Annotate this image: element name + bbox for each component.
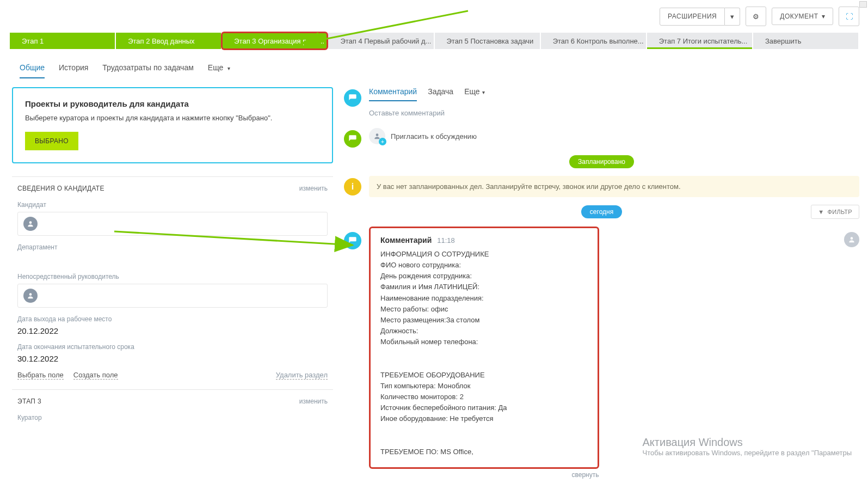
edit-stage3-section[interactable]: изменить [299,398,328,405]
chevron-down-icon: ▾ [227,65,230,71]
document-label: ДОКУМЕНТ [780,13,818,20]
candidate-label: Кандидат [17,201,328,209]
select-field-link[interactable]: Выбрать поле [17,371,64,380]
comment-card-body: ИНФОРМАЦИЯ О СОТРУДНИКЕ ФИО нового сотру… [380,249,588,457]
svg-point-2 [376,133,379,136]
stage-3[interactable]: Этап 3 Организация рабо... [222,33,327,49]
stage-5[interactable]: Этап 5 Постановка задачи [435,33,540,49]
document-button[interactable]: ДОКУМЕНТ ▾ [772,8,833,25]
action-box: Проекты и руководитель для кандидата Выб… [12,87,333,163]
info-icon: i [344,178,361,195]
comment-compose-row: Комментарий Задача Еще ▾ Оставьте коммен… [344,87,859,120]
fullscreen-button[interactable]: ⛶ [839,7,859,26]
comment-card: Комментарий 11:18 ИНФОРМАЦИЯ О СОТРУДНИК… [369,227,599,469]
tab-effort[interactable]: Трудозатраты по задачам [102,59,193,78]
candidate-section: СВЕДЕНИЯ О КАНДИДАТЕ изменить Кандидат Д… [12,176,333,389]
end-date-label: Дата окончания испытательного срока [17,343,328,351]
extensions-dropdown[interactable]: ▾ [725,8,740,26]
stage-6[interactable]: Этап 6 Контроль выполне... [541,33,646,49]
right-column: Комментарий Задача Еще ▾ Оставьте коммен… [344,87,859,479]
expand-icon: ⛶ [846,13,853,21]
collapse-link[interactable]: свернуть [369,471,599,479]
right-tab-comment[interactable]: Комментарий [369,87,417,101]
today-row: сегодня ▼ ФИЛЬТР [344,205,859,219]
svg-point-1 [29,293,32,296]
stage-7[interactable]: Этап 7 Итоги испытатель... [647,33,752,49]
stage-4[interactable]: Этап 4 Первый рабочий д... [328,33,433,49]
department-value [17,254,328,265]
department-label: Департамент [17,243,328,251]
section-title-candidate: СВЕДЕНИЯ О КАНДИДАТЕ [17,185,104,192]
start-date-value: 20.12.2022 [17,326,328,335]
section-title-stage3: ЭТАП 3 [17,398,41,405]
invite-text[interactable]: Пригласить к обсуждению [391,132,477,140]
compose-icon[interactable] [344,89,361,107]
chevron-down-icon: ▾ [482,89,485,95]
stage-1[interactable]: Этап 1 [10,33,115,49]
planned-pill: Запланировано [569,155,634,168]
today-pill: сегодня [581,205,622,218]
comment-card-title: Комментарий [380,236,432,244]
logo-placeholder [9,8,131,25]
main-tabs: Общие История Трудозатраты по задачам Ещ… [0,53,868,78]
start-date-label: Дата выхода на рабочее место [17,315,328,323]
selected-button[interactable]: ВЫБРАНО [25,132,78,150]
warning-row: i У вас нет запланированных дел. Заплани… [344,176,859,197]
discussion-icon[interactable] [344,130,361,148]
gear-icon: ⚙ [753,13,759,21]
right-tabs: Комментарий Задача Еще ▾ [369,87,859,101]
extensions-button[interactable]: РАСШИРЕНИЯ [660,8,725,26]
planned-pill-row: Запланировано [344,155,859,168]
tab-general[interactable]: Общие [20,59,45,78]
right-tab-more[interactable]: Еще ▾ [464,87,484,101]
settings-button[interactable]: ⚙ [746,7,766,26]
action-title: Проекты и руководитель для кандидата [25,99,320,108]
chevron-down-icon: ▾ [822,13,826,20]
right-tab-more-label: Еще [464,87,480,96]
right-tab-task[interactable]: Задача [428,87,453,101]
tab-more-label: Еще [208,63,224,72]
delete-section-link[interactable]: Удалить раздел [276,371,328,380]
funnel-icon: ▼ [818,209,824,215]
stage3-section: ЭТАП 3 изменить Куратор [12,389,333,435]
comment-input[interactable]: Оставьте комментарий [369,106,859,120]
stage-2[interactable]: Этап 2 Ввод данных [116,33,221,49]
svg-point-3 [851,237,853,240]
action-text: Выберете куратора и проекты для кандидат… [25,114,320,122]
svg-point-0 [29,221,32,224]
filter-button[interactable]: ▼ ФИЛЬТР [811,205,859,219]
tab-more[interactable]: Еще ▾ [208,59,230,78]
comment-author-avatar[interactable] [844,232,859,247]
top-toolbar: РАСШИРЕНИЯ ▾ ⚙ ДОКУМЕНТ ▾ ⛶ [0,0,868,33]
main-content: Проекты и руководитель для кандидата Выб… [0,78,868,479]
comment-entry-icon [344,232,361,249]
filter-label: ФИЛЬТР [828,209,852,215]
stage-finish[interactable]: Завершить [753,33,858,49]
window-scroll-up[interactable] [859,1,867,8]
invite-row: + Пригласить к обсуждению [344,128,859,148]
manager-field[interactable] [17,284,328,308]
candidate-field[interactable] [17,212,328,236]
person-icon [23,289,38,303]
create-field-link[interactable]: Создать поле [73,371,118,380]
comment-entry: Комментарий 11:18 ИНФОРМАЦИЯ О СОТРУДНИК… [369,227,859,479]
end-date-value: 30.12.2022 [17,354,328,363]
left-column: Проекты и руководитель для кандидата Выб… [12,87,333,435]
warning-box: У вас нет запланированных дел. Запланиру… [369,176,859,197]
invite-user-chip[interactable]: + [369,128,385,144]
manager-label: Непосредственный руководитель [17,273,328,280]
person-icon [23,217,38,231]
edit-candidate-section[interactable]: изменить [299,185,328,192]
plus-icon: + [379,138,386,145]
comment-card-time: 11:18 [437,236,455,244]
curator-label: Куратор [17,414,328,421]
stage-bar: Этап 1 Этап 2 Ввод данных Этап 3 Организ… [0,33,868,49]
tab-history[interactable]: История [59,59,88,78]
